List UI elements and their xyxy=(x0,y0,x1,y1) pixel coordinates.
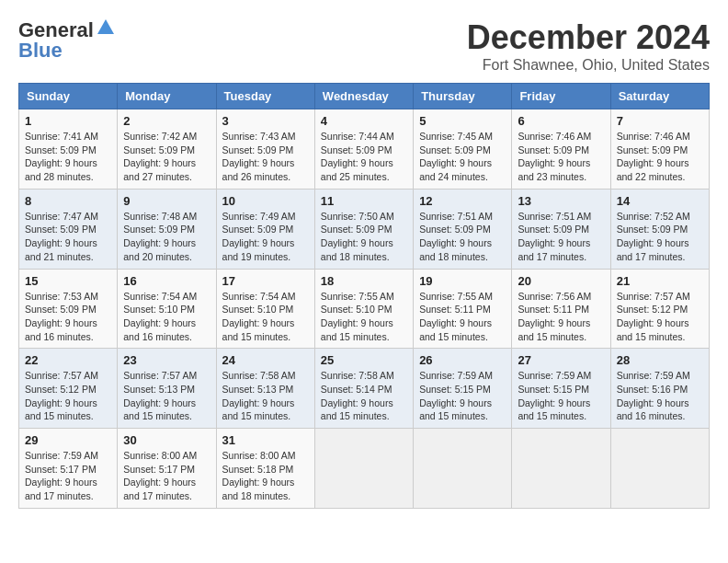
day-info: Sunrise: 7:54 AM Sunset: 5:10 PM Dayligh… xyxy=(222,290,309,344)
calendar-cell: 25 Sunrise: 7:58 AM Sunset: 5:14 PM Dayl… xyxy=(314,349,413,429)
svg-marker-0 xyxy=(97,19,114,34)
day-info: Sunrise: 7:55 AM Sunset: 5:10 PM Dayligh… xyxy=(321,290,407,344)
day-info: Sunrise: 7:59 AM Sunset: 5:17 PM Dayligh… xyxy=(25,449,111,503)
day-number: 10 xyxy=(222,194,309,208)
calendar-cell xyxy=(314,429,413,509)
day-number: 25 xyxy=(321,353,407,367)
calendar-cell: 15 Sunrise: 7:53 AM Sunset: 5:09 PM Dayl… xyxy=(19,269,118,349)
week-row-5: 29 Sunrise: 7:59 AM Sunset: 5:17 PM Dayl… xyxy=(19,429,710,509)
day-number: 7 xyxy=(617,114,703,128)
day-number: 29 xyxy=(25,433,111,447)
day-info: Sunrise: 7:58 AM Sunset: 5:13 PM Dayligh… xyxy=(222,369,309,423)
calendar-cell: 3 Sunrise: 7:43 AM Sunset: 5:09 PM Dayli… xyxy=(216,109,314,190)
calendar-cell: 20 Sunrise: 7:56 AM Sunset: 5:11 PM Dayl… xyxy=(512,269,610,349)
calendar-cell: 12 Sunrise: 7:51 AM Sunset: 5:09 PM Dayl… xyxy=(414,189,512,269)
day-info: Sunrise: 7:57 AM Sunset: 5:12 PM Dayligh… xyxy=(617,290,703,344)
day-info: Sunrise: 8:00 AM Sunset: 5:18 PM Dayligh… xyxy=(222,449,309,503)
calendar-cell: 11 Sunrise: 7:50 AM Sunset: 5:09 PM Dayl… xyxy=(314,189,413,269)
day-info: Sunrise: 8:00 AM Sunset: 5:17 PM Dayligh… xyxy=(123,449,210,503)
day-number: 30 xyxy=(123,433,210,447)
day-info: Sunrise: 7:59 AM Sunset: 5:15 PM Dayligh… xyxy=(419,369,506,423)
calendar-cell: 18 Sunrise: 7:55 AM Sunset: 5:10 PM Dayl… xyxy=(314,269,413,349)
day-number: 8 xyxy=(25,194,111,208)
calendar-table: SundayMondayTuesdayWednesdayThursdayFrid… xyxy=(18,83,710,509)
day-number: 20 xyxy=(518,274,604,288)
calendar-cell: 13 Sunrise: 7:51 AM Sunset: 5:09 PM Dayl… xyxy=(512,189,610,269)
calendar-cell: 14 Sunrise: 7:52 AM Sunset: 5:09 PM Dayl… xyxy=(610,189,709,269)
calendar-cell: 17 Sunrise: 7:54 AM Sunset: 5:10 PM Dayl… xyxy=(216,269,314,349)
day-number: 24 xyxy=(222,353,309,367)
calendar-cell: 5 Sunrise: 7:45 AM Sunset: 5:09 PM Dayli… xyxy=(414,109,512,190)
day-number: 31 xyxy=(222,433,309,447)
calendar-cell: 22 Sunrise: 7:57 AM Sunset: 5:12 PM Dayl… xyxy=(19,349,118,429)
day-number: 28 xyxy=(617,353,703,367)
day-info: Sunrise: 7:55 AM Sunset: 5:11 PM Dayligh… xyxy=(419,290,506,344)
day-info: Sunrise: 7:42 AM Sunset: 5:09 PM Dayligh… xyxy=(123,130,210,184)
day-info: Sunrise: 7:41 AM Sunset: 5:09 PM Dayligh… xyxy=(25,130,111,184)
calendar-cell: 9 Sunrise: 7:48 AM Sunset: 5:09 PM Dayli… xyxy=(118,189,216,269)
day-info: Sunrise: 7:57 AM Sunset: 5:13 PM Dayligh… xyxy=(123,369,210,423)
day-number: 23 xyxy=(123,353,210,367)
logo: General Blue xyxy=(18,18,116,63)
day-info: Sunrise: 7:51 AM Sunset: 5:09 PM Dayligh… xyxy=(518,210,604,264)
day-info: Sunrise: 7:53 AM Sunset: 5:09 PM Dayligh… xyxy=(25,290,111,344)
day-info: Sunrise: 7:52 AM Sunset: 5:09 PM Dayligh… xyxy=(617,210,703,264)
day-number: 6 xyxy=(518,114,604,128)
calendar-cell: 7 Sunrise: 7:46 AM Sunset: 5:09 PM Dayli… xyxy=(610,109,709,190)
day-number: 11 xyxy=(321,194,407,208)
day-number: 15 xyxy=(25,274,111,288)
logo-icon xyxy=(96,17,116,38)
calendar-cell: 31 Sunrise: 8:00 AM Sunset: 5:18 PM Dayl… xyxy=(216,429,314,509)
calendar-cell: 8 Sunrise: 7:47 AM Sunset: 5:09 PM Dayli… xyxy=(19,189,118,269)
calendar-cell xyxy=(610,429,709,509)
day-info: Sunrise: 7:47 AM Sunset: 5:09 PM Dayligh… xyxy=(25,210,111,264)
calendar-cell: 6 Sunrise: 7:46 AM Sunset: 5:09 PM Dayli… xyxy=(512,109,610,190)
weekday-header-sunday: Sunday xyxy=(19,84,118,109)
weekday-header-tuesday: Tuesday xyxy=(216,84,314,109)
day-number: 27 xyxy=(518,353,604,367)
calendar-cell xyxy=(512,429,610,509)
day-number: 13 xyxy=(518,194,604,208)
day-number: 5 xyxy=(419,114,506,128)
day-number: 1 xyxy=(25,114,111,128)
day-info: Sunrise: 7:44 AM Sunset: 5:09 PM Dayligh… xyxy=(321,130,407,184)
week-row-3: 15 Sunrise: 7:53 AM Sunset: 5:09 PM Dayl… xyxy=(19,269,710,349)
weekday-header-monday: Monday xyxy=(118,84,216,109)
day-info: Sunrise: 7:57 AM Sunset: 5:12 PM Dayligh… xyxy=(25,369,111,423)
calendar-cell: 4 Sunrise: 7:44 AM Sunset: 5:09 PM Dayli… xyxy=(314,109,413,190)
day-number: 4 xyxy=(321,114,407,128)
day-info: Sunrise: 7:49 AM Sunset: 5:09 PM Dayligh… xyxy=(222,210,309,264)
weekday-header-saturday: Saturday xyxy=(610,84,709,109)
day-info: Sunrise: 7:45 AM Sunset: 5:09 PM Dayligh… xyxy=(419,130,506,184)
title-block: December 2024 Fort Shawnee, Ohio, United… xyxy=(467,18,710,74)
day-number: 21 xyxy=(617,274,703,288)
day-number: 3 xyxy=(222,114,309,128)
day-info: Sunrise: 7:51 AM Sunset: 5:09 PM Dayligh… xyxy=(419,210,506,264)
weekday-header-row: SundayMondayTuesdayWednesdayThursdayFrid… xyxy=(19,84,710,109)
calendar-cell: 19 Sunrise: 7:55 AM Sunset: 5:11 PM Dayl… xyxy=(414,269,512,349)
day-number: 2 xyxy=(123,114,210,128)
weekday-header-wednesday: Wednesday xyxy=(314,84,413,109)
calendar-cell: 30 Sunrise: 8:00 AM Sunset: 5:17 PM Dayl… xyxy=(118,429,216,509)
calendar-cell xyxy=(414,429,512,509)
day-info: Sunrise: 7:50 AM Sunset: 5:09 PM Dayligh… xyxy=(321,210,407,264)
calendar-cell: 28 Sunrise: 7:59 AM Sunset: 5:16 PM Dayl… xyxy=(610,349,709,429)
day-number: 16 xyxy=(123,274,210,288)
day-number: 9 xyxy=(123,194,210,208)
calendar-cell: 26 Sunrise: 7:59 AM Sunset: 5:15 PM Dayl… xyxy=(414,349,512,429)
calendar-cell: 1 Sunrise: 7:41 AM Sunset: 5:09 PM Dayli… xyxy=(19,109,118,190)
calendar-cell: 27 Sunrise: 7:59 AM Sunset: 5:15 PM Dayl… xyxy=(512,349,610,429)
day-info: Sunrise: 7:54 AM Sunset: 5:10 PM Dayligh… xyxy=(123,290,210,344)
day-info: Sunrise: 7:59 AM Sunset: 5:16 PM Dayligh… xyxy=(617,369,703,423)
page-header: General Blue December 2024 Fort Shawnee,… xyxy=(18,18,710,74)
day-info: Sunrise: 7:43 AM Sunset: 5:09 PM Dayligh… xyxy=(222,130,309,184)
day-number: 12 xyxy=(419,194,506,208)
day-number: 22 xyxy=(25,353,111,367)
day-info: Sunrise: 7:46 AM Sunset: 5:09 PM Dayligh… xyxy=(617,130,703,184)
logo-text-blue: Blue xyxy=(18,39,63,63)
day-info: Sunrise: 7:59 AM Sunset: 5:15 PM Dayligh… xyxy=(518,369,604,423)
week-row-4: 22 Sunrise: 7:57 AM Sunset: 5:12 PM Dayl… xyxy=(19,349,710,429)
week-row-2: 8 Sunrise: 7:47 AM Sunset: 5:09 PM Dayli… xyxy=(19,189,710,269)
day-info: Sunrise: 7:48 AM Sunset: 5:09 PM Dayligh… xyxy=(123,210,210,264)
calendar-cell: 16 Sunrise: 7:54 AM Sunset: 5:10 PM Dayl… xyxy=(118,269,216,349)
